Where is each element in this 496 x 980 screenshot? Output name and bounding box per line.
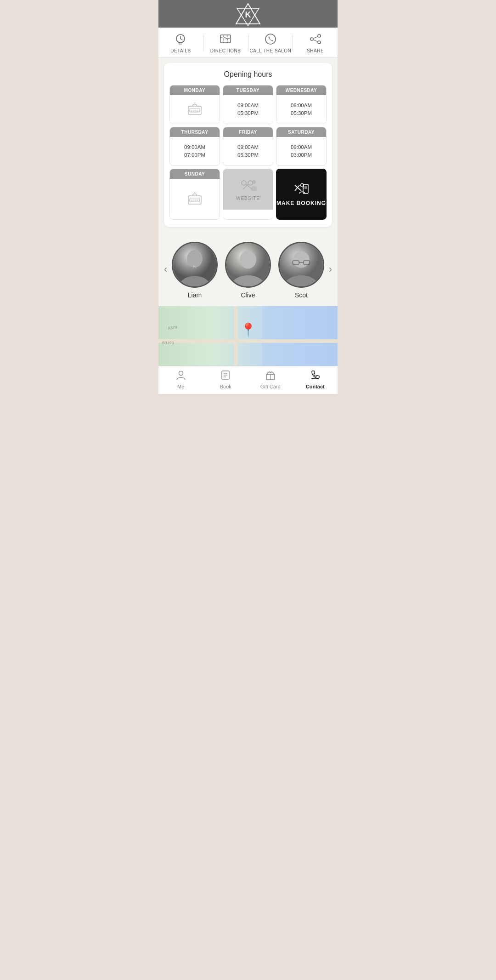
svg-point-13 xyxy=(318,41,321,44)
svg-rect-53 xyxy=(267,373,274,375)
main-content: Opening hours MONDAY CLOSED xyxy=(158,57,338,233)
app-header: K xyxy=(158,0,338,28)
website-cell[interactable]: WEBSITE xyxy=(223,169,273,220)
thursday-open: 09:00AM xyxy=(184,144,205,150)
carousel-next-button[interactable]: › xyxy=(325,260,336,279)
tab-contact[interactable]: Contact xyxy=(293,370,338,389)
nav-share[interactable]: SHARE xyxy=(293,32,338,53)
tab-book-label: Book xyxy=(220,384,231,389)
day-monday: MONDAY CLOSED xyxy=(169,85,220,124)
app-logo: K xyxy=(235,2,261,28)
staff-avatar-liam: K xyxy=(172,242,218,288)
staff-name-clive: Clive xyxy=(241,291,255,299)
carousel-prev-button[interactable]: ‹ xyxy=(160,260,171,279)
nav-call[interactable]: CALL THE SALON xyxy=(248,32,293,53)
person-icon xyxy=(176,370,186,382)
phone-circle-icon xyxy=(264,32,277,46)
wednesday-body: 09:00AM 05:30PM xyxy=(276,95,326,124)
action-nav-bar: 24 DETAILS DIRECTIONS CALL THE SALON xyxy=(158,28,338,57)
tab-me[interactable]: Me xyxy=(158,370,203,389)
thursday-time: 09:00AM 07:00PM xyxy=(184,143,205,160)
bottom-tab-bar: Me Book Gift Card xyxy=(158,366,338,394)
booking-label: MAKE BOOKING xyxy=(276,200,326,206)
map-road-vertical xyxy=(234,306,237,366)
map-road-label-a379: A379 xyxy=(167,325,177,330)
staff-item-scot[interactable]: Scot xyxy=(278,242,324,299)
share-icon xyxy=(309,32,322,46)
svg-point-46 xyxy=(179,371,183,376)
saturday-header: SATURDAY xyxy=(276,127,326,137)
staff-avatar-clive xyxy=(225,242,271,288)
nav-call-label: CALL THE SALON xyxy=(249,48,291,53)
make-booking-button[interactable]: MAKE BOOKING xyxy=(276,169,327,220)
wednesday-close: 05:30PM xyxy=(291,110,312,116)
tuesday-body: 09:00AM 05:30PM xyxy=(223,95,273,124)
map-road-label-b3199: B3199 xyxy=(162,341,174,345)
tuesday-time: 09:00AM 05:30PM xyxy=(237,102,259,118)
svg-point-10 xyxy=(265,34,276,44)
svg-line-15 xyxy=(313,40,318,42)
day-thursday: THURSDAY 09:00AM 07:00PM xyxy=(169,127,220,166)
day-wednesday: WEDNESDAY 09:00AM 05:30PM xyxy=(276,85,327,124)
book-icon xyxy=(220,370,231,382)
nav-details[interactable]: 24 DETAILS xyxy=(158,32,203,53)
nav-directions[interactable]: DIRECTIONS xyxy=(203,32,248,53)
map-water xyxy=(262,306,338,366)
map-icon xyxy=(219,32,232,46)
gift-icon xyxy=(265,370,276,382)
friday-time: 09:00AM 05:30PM xyxy=(237,143,259,160)
nav-share-label: SHARE xyxy=(307,48,324,53)
svg-point-40 xyxy=(240,251,256,268)
staff-avatar-scot xyxy=(278,242,324,288)
tab-contact-label: Contact xyxy=(306,384,325,389)
phone-old-icon xyxy=(310,370,320,382)
tuesday-close: 05:30PM xyxy=(237,110,259,116)
monday-closed-sign: CLOSED xyxy=(186,103,203,116)
saturday-time: 09:00AM 03:00PM xyxy=(291,143,312,160)
map-road-horizontal xyxy=(158,339,338,343)
tuesday-open: 09:00AM xyxy=(237,103,259,108)
staff-carousel: K Liam xyxy=(158,242,338,299)
thursday-header: THURSDAY xyxy=(170,127,220,137)
monday-body: CLOSED xyxy=(170,95,220,124)
thursday-body: 09:00AM 07:00PM xyxy=(170,137,220,165)
friday-close: 05:30PM xyxy=(237,152,259,158)
staff-items: K Liam xyxy=(172,242,324,299)
website-label: WEBSITE xyxy=(236,196,260,201)
svg-text:24: 24 xyxy=(179,43,182,46)
nav-details-label: DETAILS xyxy=(170,48,191,53)
svg-text:CLOSED: CLOSED xyxy=(189,199,201,202)
staff-section: ‹ xyxy=(158,233,338,306)
booking-icon-area xyxy=(293,182,310,196)
friday-header: FRIDAY xyxy=(223,127,273,137)
website-icon-area: WEBSITE xyxy=(236,178,260,201)
wednesday-header: WEDNESDAY xyxy=(276,85,326,95)
staff-name-scot: Scot xyxy=(295,291,308,299)
svg-point-11 xyxy=(310,38,313,40)
clock24-icon: 24 xyxy=(174,32,187,46)
thursday-close: 07:00PM xyxy=(184,152,205,158)
svg-text:CLOSED: CLOSED xyxy=(189,109,201,112)
svg-line-14 xyxy=(313,37,318,39)
svg-text:K: K xyxy=(245,10,251,19)
tab-giftcard[interactable]: Gift Card xyxy=(248,370,293,389)
saturday-body: 09:00AM 03:00PM xyxy=(276,137,326,165)
sunday-header: SUNDAY xyxy=(170,169,220,179)
svg-point-42 xyxy=(293,251,310,268)
svg-line-5 xyxy=(180,39,182,40)
staff-item-clive[interactable]: Clive xyxy=(225,242,271,299)
staff-item-liam[interactable]: K Liam xyxy=(172,242,218,299)
svg-point-24 xyxy=(242,181,246,185)
hours-title: Opening hours xyxy=(169,70,327,79)
tuesday-header: TUESDAY xyxy=(223,85,273,95)
svg-point-28 xyxy=(252,180,256,184)
day-saturday: SATURDAY 09:00AM 03:00PM xyxy=(276,127,327,166)
monday-header: MONDAY xyxy=(170,85,220,95)
days-grid: MONDAY CLOSED TUESDAY xyxy=(169,85,327,220)
map-section[interactable]: A379 B3199 📍 xyxy=(158,306,338,366)
svg-text:K: K xyxy=(193,263,197,270)
saturday-open: 09:00AM xyxy=(291,144,312,150)
tab-book[interactable]: Book xyxy=(203,370,248,389)
website-body[interactable]: WEBSITE xyxy=(223,169,273,210)
svg-rect-7 xyxy=(220,35,231,43)
